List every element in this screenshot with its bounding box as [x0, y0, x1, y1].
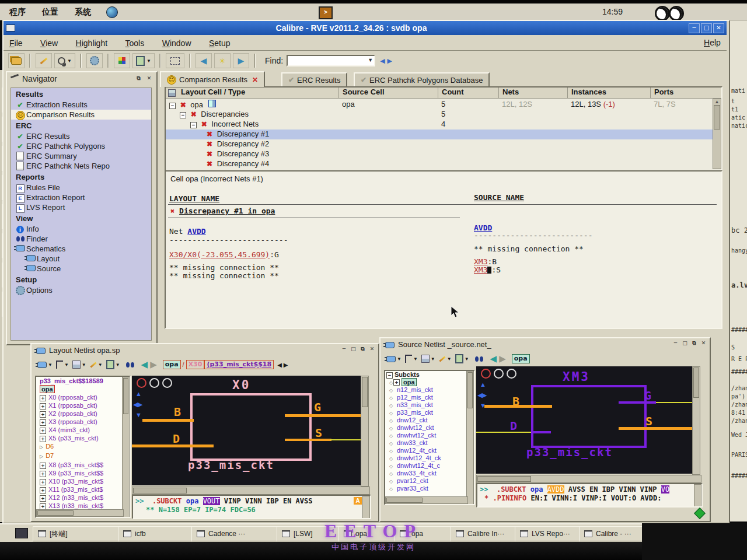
canvas-hscrollbar[interactable]: [132, 487, 370, 495]
layout-instance-tree[interactable]: p33_mis_ckt$$18589 opa +X0 (rpposab_ckt)…: [35, 376, 131, 518]
breadcrumb-cell[interactable]: opa: [512, 354, 530, 363]
tree-hscrollbar[interactable]: [385, 496, 468, 504]
net-wire[interactable]: [619, 427, 699, 430]
tree-item-selected[interactable]: opa: [36, 385, 130, 393]
collapse-icon[interactable]: −: [386, 372, 393, 379]
minimize-button[interactable]: ─: [689, 23, 700, 33]
table-row[interactable]: − ✖ opa opa 5 12L, 12S 12L, 13S (-1) 7L,…: [166, 100, 713, 110]
maximize-button[interactable]: □: [701, 23, 712, 33]
taskbar-button[interactable]: icfb: [118, 526, 198, 541]
expand-icon[interactable]: +: [40, 471, 46, 477]
crumb-next-icon[interactable]: ▶: [284, 362, 288, 368]
sidebar-item-source[interactable]: Source: [11, 264, 151, 274]
pan-right-icon[interactable]: ▶: [482, 392, 487, 398]
tree-item[interactable]: n33_mis_ckt: [385, 401, 474, 409]
col-ports[interactable]: Ports: [650, 88, 706, 98]
breadcrumb-cell[interactable]: opa: [163, 360, 181, 369]
detach-icon[interactable]: ⧉: [690, 340, 698, 346]
layout-netlist-text[interactable]: >> .SUBCKT opa VOUT VINP VINN IBP EN AVS…: [132, 495, 371, 519]
wand-icon[interactable]: [90, 362, 96, 368]
sidebar-item-erc-pathchk-polygons[interactable]: ✔ERC Pathchk Polygons: [11, 141, 151, 151]
tree-item[interactable]: +X8 (p33_mis_ckt$$: [36, 461, 130, 469]
rve-titlebar[interactable]: Calibre - RVE v2011.2_34.26 : svdb opa ─…: [4, 21, 727, 35]
tree-item[interactable]: +X0 (rpposab_ckt): [36, 393, 130, 401]
col-nets[interactable]: Nets: [498, 88, 568, 98]
net-wire[interactable]: [484, 405, 552, 408]
instance-symbol-box[interactable]: [531, 385, 647, 448]
menu-window[interactable]: Window: [162, 38, 191, 48]
table-row[interactable]: − ✖ Discrepancies 5: [166, 110, 713, 120]
tree-vscrollbar[interactable]: [466, 371, 474, 505]
expand-icon[interactable]: +: [40, 428, 46, 434]
net-wire[interactable]: [132, 444, 214, 447]
sidebar-item-finder[interactable]: Finder: [11, 234, 151, 244]
applications-menu[interactable]: 程序: [9, 7, 26, 18]
tree-item[interactable]: +X5 (p33_mis_ckt): [36, 434, 130, 442]
find-prev-icon[interactable]: ◀: [380, 57, 385, 65]
expand-icon[interactable]: +: [40, 419, 46, 426]
close-icon[interactable]: ✕: [700, 340, 707, 346]
subckt-tree[interactable]: −Subckts +opa n12_mis_ckt p12_mis_ckt n3…: [384, 370, 475, 505]
tree-item[interactable]: +X12 (n33_mis_ckt$: [36, 494, 130, 502]
pan-up-icon[interactable]: ▲: [135, 391, 142, 397]
back-arrow-icon[interactable]: ◀: [490, 354, 497, 364]
collapse-icon[interactable]: −: [190, 122, 197, 128]
expand-icon[interactable]: +: [40, 395, 46, 401]
expand-arrow-icon[interactable]: ▷: [40, 454, 43, 459]
sidebar-item-schematics[interactable]: Schematics: [11, 244, 151, 254]
detach-icon[interactable]: ⧉: [359, 345, 366, 352]
collapse-icon[interactable]: −: [180, 112, 186, 118]
netlist-plug-icon[interactable]: [386, 356, 396, 362]
binoculars-icon[interactable]: [475, 356, 479, 362]
tree-item[interactable]: +X13 (n33_mis_ckt$: [36, 502, 130, 510]
breadcrumb-type[interactable]: (p33_mis_ckt$$18: [204, 360, 274, 369]
sidebar-item-lvs-report[interactable]: LLVS Report: [11, 202, 151, 212]
maximize-icon[interactable]: □: [681, 340, 689, 346]
table-row[interactable]: ✖ Discrepancy #3: [166, 149, 713, 159]
navigator-tab[interactable]: Navigator: [22, 74, 57, 83]
tree-item[interactable]: n12_mis_ckt: [385, 386, 474, 394]
instance-symbol-box[interactable]: [190, 393, 312, 461]
chip-icon[interactable]: [106, 360, 114, 369]
expand-icon[interactable]: +: [393, 379, 400, 386]
sidebar-item-comparison-results[interactable]: ☹Comparison Results: [11, 110, 151, 120]
globe-icon[interactable]: [106, 6, 118, 18]
sidebar-item-extraction-report[interactable]: EExtraction Report: [11, 192, 151, 202]
table-scrollbar[interactable]: ▲: [713, 99, 721, 169]
tree-item[interactable]: p33_mis_ckt: [385, 409, 474, 416]
expand-icon[interactable]: +: [40, 403, 46, 410]
expand-icon[interactable]: +: [40, 436, 46, 442]
menu-view[interactable]: View: [40, 38, 58, 48]
tree-item[interactable]: p33_mis_ckt$$18589: [36, 377, 130, 385]
color-map-button[interactable]: [114, 53, 130, 68]
places-menu[interactable]: 位置: [42, 7, 58, 18]
menu-setup[interactable]: Setup: [209, 38, 231, 48]
tree-hscrollbar[interactable]: [36, 509, 124, 517]
tree-item[interactable]: p12_mis_ckt: [385, 394, 474, 401]
clock[interactable]: 14:59: [602, 7, 623, 16]
table-row[interactable]: − ✖ Incorrect Nets 4: [166, 120, 713, 130]
tree-item[interactable]: +X4 (mim3_ckt): [36, 426, 130, 434]
next-result-button[interactable]: ▶: [233, 53, 249, 68]
select-area-button[interactable]: [166, 53, 184, 68]
expand-icon[interactable]: +: [40, 487, 46, 494]
collapse-icon[interactable]: −: [169, 103, 176, 109]
tree-item[interactable]: pvar12_ckt: [385, 477, 474, 485]
sidebar-item-erc-results[interactable]: ✔ERC Results: [11, 131, 151, 141]
detach-icon[interactable]: ⧉: [135, 75, 142, 82]
taskbar-button[interactable]: Calibre - ···: [579, 526, 650, 541]
sidebar-item-erc-pathchk-nets[interactable]: ERC Pathchk Nets Repo: [11, 161, 151, 171]
tree-item[interactable]: ▷D7: [36, 452, 130, 461]
expand-icon[interactable]: +: [40, 479, 46, 485]
coords-link[interactable]: (-23.055,45.699): [197, 250, 270, 259]
tree-item[interactable]: +X1 (rpposab_ckt): [36, 401, 130, 410]
zoom-tool-button[interactable]: ▼: [54, 53, 75, 68]
layout-netlist-title[interactable]: Layout Netlist opa.sp: [49, 346, 120, 355]
tree-item[interactable]: +X2 (rpposab_ckt): [36, 410, 130, 418]
minimize-icon[interactable]: ─: [340, 345, 348, 352]
col-count[interactable]: Count: [438, 88, 499, 98]
prev-result-button[interactable]: ◀: [196, 53, 212, 68]
sidebar-item-extraction-results[interactable]: ✔Extraction Results: [11, 100, 151, 110]
expand-icon[interactable]: +: [40, 463, 46, 469]
net-wire[interactable]: [285, 414, 368, 417]
